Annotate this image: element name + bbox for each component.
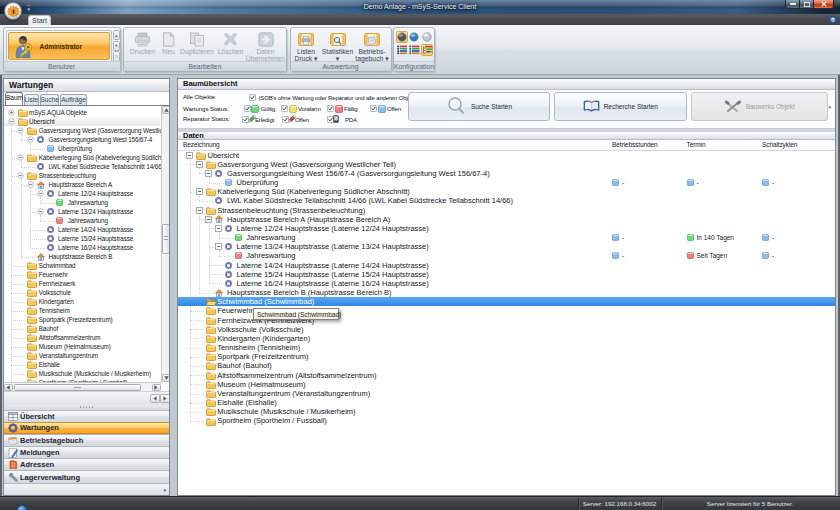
collapse-icon[interactable] — [186, 152, 193, 159]
table-row[interactable]: Musikschule (Musikschule / Musikerheim) — [178, 407, 835, 416]
table-row[interactable]: Laterne 16/24 Hauptstrasse (Laterne 16/2… — [178, 279, 835, 288]
column-header-schaltzyklen[interactable]: Schaltzyklen — [762, 141, 797, 149]
tree-row[interactable]: Fernheizwerk — [4, 279, 160, 288]
minimize-button[interactable] — [785, 0, 800, 9]
filter-checkbox-offen[interactable] — [370, 105, 377, 112]
column-header-betriebsstunden[interactable]: Betriebsstunden — [612, 141, 657, 149]
ribbon-button-daten-bernehmen[interactable]: DatenÜbernehmen — [244, 29, 288, 63]
button-bauwerks-objekt[interactable]: Bauwerks Objekt — [691, 92, 828, 121]
column-header-bezeichnung[interactable]: Bezeichnung — [183, 141, 220, 149]
config-button-colored-list-check-icon[interactable] — [408, 44, 421, 57]
help-icon[interactable]: ? — [829, 16, 837, 24]
tree-vertical-scrollbar[interactable] — [161, 106, 170, 383]
nav-item-adressen[interactable]: Adressen — [4, 458, 169, 470]
tree-row[interactable]: Sportpark (Freizeitzentrum) — [4, 315, 160, 324]
table-row[interactable]: Kabelverlegung Süd (Kabelverlegung Südli… — [178, 187, 835, 196]
pager-right-button[interactable] — [160, 394, 170, 403]
close-button[interactable] — [814, 0, 834, 9]
gallery-more-button[interactable]: ▽ — [113, 51, 121, 61]
tree-horizontal-scrollbar[interactable] — [4, 382, 161, 391]
tree-row[interactable]: Bauhof — [4, 324, 160, 333]
tree-row[interactable]: Kindergarten — [4, 297, 160, 306]
collapse-icon[interactable] — [215, 225, 222, 232]
table-row[interactable]: Übersicht — [178, 151, 835, 160]
filter-checkbox--sob-s-ohne-wartung-oder-reparatur-und-alle-anderen-objekte-[interactable] — [249, 94, 256, 101]
nav-item-lagerverwaltung[interactable]: Lagerverwaltung — [4, 470, 169, 482]
gallery-down-button[interactable]: ▼ — [113, 41, 121, 51]
left-tab-liste[interactable]: Liste — [24, 94, 39, 105]
table-row[interactable]: Überprüfung - - - — [178, 178, 835, 187]
collapse-icon[interactable] — [205, 170, 212, 177]
left-tab-aufträge[interactable]: Aufträge — [60, 94, 87, 105]
config-button-colored-tree-icon[interactable] — [421, 44, 434, 57]
table-row[interactable]: Gasversorgungsleitung West 156/67-4 (Gas… — [178, 169, 835, 178]
table-row[interactable]: Museum (Heimatmuseum) — [178, 380, 835, 389]
column-header-termin[interactable]: Termin — [687, 141, 706, 149]
tree-row[interactable]: Überprüfung — [4, 144, 160, 153]
filter-checkbox-g-ltig[interactable] — [244, 105, 251, 112]
table-row[interactable]: Jahreswartung - Seit Tagen - — [178, 251, 835, 260]
tree-row[interactable]: Laterne 12/24 Hauptstrasse — [4, 189, 160, 198]
ribbon-button-neu[interactable]: Neu — [157, 29, 181, 63]
tree-row[interactable]: Jahreswartung — [4, 198, 160, 207]
tree-row[interactable]: Laterne 13/24 Hauptstrasse — [4, 207, 160, 216]
nav-item-meldungen[interactable]: Meldungen — [4, 446, 169, 458]
collapse-icon[interactable] — [196, 188, 203, 195]
tree-row[interactable]: Strassenbeleuchtung — [4, 171, 160, 180]
tree-row[interactable]: Eishalle — [4, 360, 160, 369]
table-row[interactable]: Laterne 14/24 Hauptstrasse (Laterne 14/2… — [178, 261, 835, 270]
ribbon-button-duplizieren[interactable]: Duplizieren — [181, 29, 213, 63]
tree-row[interactable]: Schwimmbad — [4, 261, 160, 270]
config-button-sphere-light-icon[interactable] — [421, 31, 434, 44]
collapse-icon[interactable] — [17, 127, 24, 134]
table-row[interactable]: Volksschule (Volksschule) — [178, 325, 835, 334]
scroll-thumb[interactable] — [162, 224, 170, 254]
tree-row[interactable]: Volksschule — [4, 288, 160, 297]
collapse-icon[interactable] — [17, 154, 24, 161]
table-row[interactable]: Bauhof (Bauhof) — [178, 361, 835, 370]
nav-item-wartungen[interactable]: Wartungen — [4, 422, 169, 434]
tab-start[interactable]: Start — [28, 15, 51, 26]
quick-access-toolbar-arrow-icon[interactable]: ─▾ — [27, 3, 31, 11]
config-button-sphere-blue-icon[interactable] — [408, 31, 421, 44]
collapse-icon[interactable] — [37, 190, 44, 197]
table-row[interactable]: LWL Kabel Südstrecke Teilabschnitt 14/66… — [178, 196, 835, 205]
button-suche-starten[interactable]: Suche Starten — [408, 92, 550, 121]
table-row[interactable]: Strassenbeleuchtung (Strassenbeleuchtung… — [178, 206, 835, 215]
nav-item-übersicht[interactable]: Übersicht — [4, 410, 169, 422]
nav-item-betriebstagebuch[interactable]: Betriebstagebuch — [4, 434, 169, 446]
table-row[interactable]: Tennisheim (Tennisheim) — [178, 343, 835, 352]
scroll-down-button[interactable] — [162, 374, 170, 383]
tree-row[interactable]: Laterne 15/24 Hauptstrasse — [4, 234, 160, 243]
nav-overflow-arrow-icon[interactable]: ▾ — [163, 488, 166, 492]
maximize-restore-icon[interactable] — [800, 0, 814, 9]
tree-row[interactable]: Gasversorgung West (Gasversorgung Westli… — [4, 126, 160, 135]
table-row[interactable]: Jahreswartung - In 140 Tagen - — [178, 233, 835, 242]
tree-row[interactable]: Jahreswartung — [4, 216, 160, 225]
table-row[interactable]: Kindergarten (Kindergarten) — [178, 334, 835, 343]
user-gallery-item-administrator[interactable]: Administrator — [8, 32, 110, 60]
tree-row[interactable]: Laterne 14/24 Hauptstrasse — [4, 225, 160, 234]
table-row[interactable]: Schwimmbad (Schwimmbad) — [178, 297, 835, 306]
collapse-icon[interactable] — [196, 207, 203, 214]
collapse-icon[interactable] — [196, 161, 203, 168]
expand-icon[interactable] — [8, 109, 15, 116]
tree-row[interactable]: Museum (Heimatmuseum) — [4, 342, 160, 351]
collapse-icon[interactable] — [205, 216, 212, 223]
tree-row[interactable]: Hauptstrasse Bereich A — [4, 180, 160, 189]
collapse-icon[interactable] — [37, 208, 44, 215]
filter-checkbox-voralarm[interactable] — [281, 105, 288, 112]
table-row[interactable]: Gasversorgung West (Gasversorgung Westli… — [178, 160, 835, 169]
tree-row[interactable]: Gasversorgungsleitung West 156/67-4 — [4, 135, 160, 144]
tree-row[interactable]: Altstoffsammelzentrum — [4, 333, 160, 342]
tree-row[interactable]: Übersicht — [4, 117, 160, 126]
tree-row[interactable]: Tennisheim — [4, 306, 160, 315]
tree-row[interactable]: Feuerwehr — [4, 270, 160, 279]
bauwerk-dropdown-arrow-icon[interactable]: ▾ — [829, 104, 832, 110]
table-row[interactable]: Eishalle (Eishalle) — [178, 398, 835, 407]
collapse-icon[interactable] — [215, 243, 222, 250]
collapse-icon[interactable] — [27, 181, 34, 188]
table-row[interactable]: Sportpark (Freizeitzentrum) — [178, 352, 835, 361]
application-menu-button[interactable] — [4, 2, 22, 20]
ribbon-button-drucken[interactable]: Drucken — [128, 29, 158, 63]
